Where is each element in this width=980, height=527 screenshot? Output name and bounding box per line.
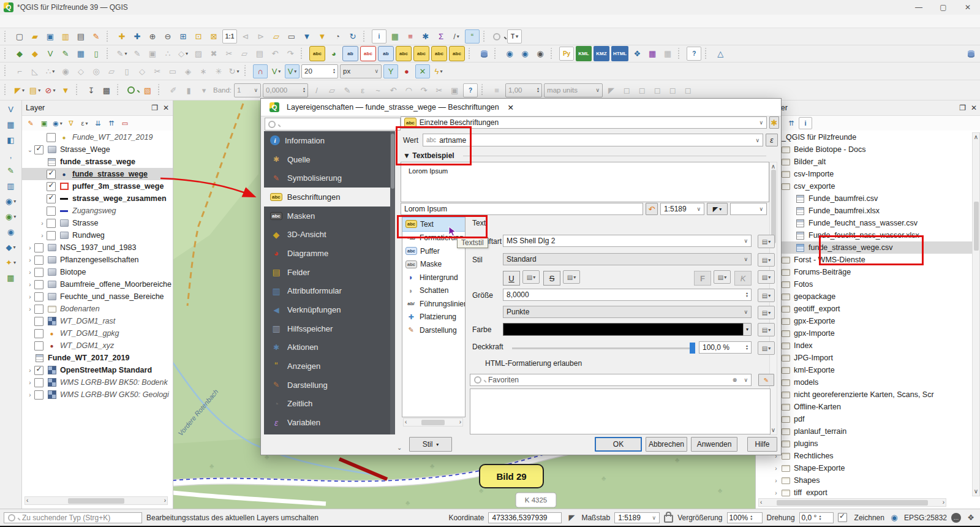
sidebar-item[interactable]: ✎ Darstellung (264, 376, 395, 395)
expand-arrow-icon[interactable]: ⌄ (26, 146, 34, 153)
layer-name[interactable]: Strasse_Wege (60, 145, 110, 154)
reset-sample-button[interactable]: ↶ (646, 203, 658, 215)
layer-checkbox[interactable] (34, 341, 43, 351)
handle[interactable] (107, 31, 111, 43)
pin-labels-icon[interactable]: ab (342, 46, 358, 61)
layer-name[interactable]: WT_DGM1_rast (60, 317, 115, 325)
sidebar-item[interactable]: ✱ Aktionen (264, 338, 395, 357)
browser-item-name[interactable]: csv_exporte (794, 182, 835, 191)
raster-pipette-icon[interactable]: ✐ (167, 84, 180, 97)
layer-item[interactable]: › Strasse (22, 217, 173, 229)
attribute-table-icon[interactable]: ▦ (388, 30, 402, 43)
new-virtual-layer-icon[interactable]: ✎ (59, 47, 72, 60)
handle[interactable] (4, 84, 9, 96)
expand-arrow-icon[interactable]: › (772, 490, 780, 496)
browser-item[interactable]: › gpx-Importe (756, 327, 972, 339)
zoom-out-icon[interactable]: ⊖ (161, 30, 175, 43)
fill-ring-icon[interactable]: ◈ (181, 65, 195, 78)
add-virtual-layer-icon[interactable]: ▥ (4, 180, 18, 192)
kml-export-icon[interactable]: KML (576, 46, 592, 61)
undo-icon[interactable]: ↶ (268, 47, 282, 60)
close-button[interactable]: ✕ (956, 0, 980, 15)
layer-name[interactable]: Strasse (72, 219, 98, 227)
underline-button[interactable]: U (503, 271, 520, 286)
sidebar-item[interactable]: ▥ Attributformular (264, 282, 395, 301)
layer-item[interactable]: Funde_WT_2017_2019 (22, 352, 173, 364)
open-project-icon[interactable]: ▰ (28, 30, 42, 43)
layer-item[interactable]: › Baumfreie_offene_Moorbereiche (22, 278, 173, 290)
html-export-icon[interactable]: HTML (611, 46, 628, 61)
new-shapefile-layer-icon[interactable]: ◆ (28, 47, 42, 60)
zoom-last-icon[interactable]: ⊲ (239, 30, 252, 43)
magnifier-spinbox[interactable]: 100% (727, 512, 763, 523)
raster-cut-icon[interactable]: ✂ (432, 84, 446, 97)
handle[interactable] (244, 65, 249, 77)
python-console-icon[interactable]: Py (559, 47, 574, 61)
layer-checkbox[interactable] (47, 170, 56, 179)
handle[interactable] (494, 48, 499, 60)
sidebar-item[interactable]: ◆ 3D-Ansicht (264, 225, 395, 244)
browser-item[interactable]: › Bilder_alt (756, 156, 972, 168)
filter-legend-icon[interactable]: ∇ (65, 118, 77, 129)
browser-item-name[interactable]: Funde_baumfrei.csv (809, 194, 878, 203)
browser-item-name[interactable]: geopackage (794, 292, 835, 301)
style-favorites-search[interactable]: Favoriten ⊗∨ (470, 374, 752, 386)
sidebar-item[interactable]: ◀ Verknüpfungen (264, 300, 395, 319)
preview-background-combo[interactable]: ∨ (730, 203, 767, 215)
browser-item[interactable]: Funde_baumfrei.csv (756, 192, 972, 205)
modify-attributes-icon[interactable]: ▨ (192, 47, 205, 60)
scale-combo[interactable]: 1:5189∨ (614, 512, 660, 523)
expand-all-icon[interactable]: ⇊ (92, 118, 104, 129)
layer-item[interactable]: › Biotope (22, 266, 173, 278)
layer-checkbox[interactable] (34, 305, 43, 314)
sidebar-item[interactable]: i Information (264, 131, 395, 150)
browser-item-name[interactable]: kml-Exporte (794, 366, 835, 374)
close-panel-icon[interactable]: ✕ (163, 104, 169, 112)
copy-label-icon[interactable]: abc (449, 46, 465, 61)
color-grid-icon[interactable]: ▦ (646, 47, 659, 60)
collapse-all-icon[interactable]: ⇈ (105, 118, 118, 129)
browser-item-name[interactable]: Funde_feucht_nass_wasser.csv (809, 219, 918, 227)
handle[interactable] (301, 48, 306, 60)
browser-item-name[interactable]: gpx-Exporte (794, 317, 835, 325)
browser-hscrollbar[interactable]: ‹› (758, 498, 946, 507)
browser-item[interactable]: Funde_baumfrei.xlsx (756, 205, 972, 217)
raster-curve-icon[interactable]: ~ (371, 84, 385, 97)
browser-item-name[interactable]: Shape-Exporte (794, 464, 845, 472)
expand-arrow-icon[interactable]: › (772, 477, 780, 484)
browser-item[interactable]: › Shape-Exporte (756, 462, 972, 474)
browser-collapse-icon[interactable]: ⇈ (785, 118, 797, 129)
sidebar-item[interactable]: ◕ Diagramme (264, 244, 395, 263)
zoom-to-selection-icon[interactable]: ⊠ (207, 30, 221, 43)
new-spatialite-layer-icon[interactable]: V (43, 47, 57, 60)
show-bookmarks-icon[interactable]: ▼ (315, 30, 329, 43)
browser-item-name[interactable]: JPG-Import (794, 354, 833, 362)
data-defined-override-button[interactable] (758, 323, 775, 336)
handle[interactable] (76, 84, 81, 96)
browser-item[interactable]: › Index (756, 339, 972, 352)
layer-checkbox[interactable] (34, 145, 43, 154)
raster-poly-icon[interactable]: ▱ (325, 84, 339, 97)
browser-item[interactable]: › Offline-Karten (756, 401, 972, 413)
browser-item-name[interactable]: plugins (794, 439, 818, 448)
browser-item-name[interactable]: tiff_export (794, 488, 827, 496)
handle[interactable] (107, 48, 111, 60)
sidebar-item[interactable]: abc Masken (264, 207, 395, 226)
browser-item-name[interactable]: Rechtliches (794, 452, 834, 460)
crs-value[interactable]: EPSG:25832 (904, 514, 947, 522)
metasearch-icon[interactable]: ◉ (503, 47, 516, 60)
browser-item[interactable]: › models (756, 376, 972, 389)
browser-item-name[interactable]: Forums-Beiträge (794, 268, 851, 276)
layer-name[interactable]: Bodenarten (60, 305, 100, 313)
db-manager-icon[interactable] (477, 47, 491, 60)
layer-name[interactable]: Rundweg (72, 231, 105, 240)
size-spinbox[interactable]: 8,0000 ▴ ▾ (503, 289, 752, 301)
browser-item[interactable]: › Shapes (756, 474, 972, 487)
browser-item[interactable]: › csv-Importe (756, 168, 972, 180)
zoom-native-icon[interactable]: 1:1 (222, 29, 237, 44)
browser-item[interactable]: › Rechtliches (756, 450, 972, 462)
expand-arrow-icon[interactable]: › (26, 392, 34, 398)
layer-item[interactable]: › Pflanzengesellschaften (22, 254, 173, 266)
minimize-button[interactable]: — (907, 0, 931, 15)
browser-item[interactable]: › planlauf_terrain (756, 425, 972, 438)
